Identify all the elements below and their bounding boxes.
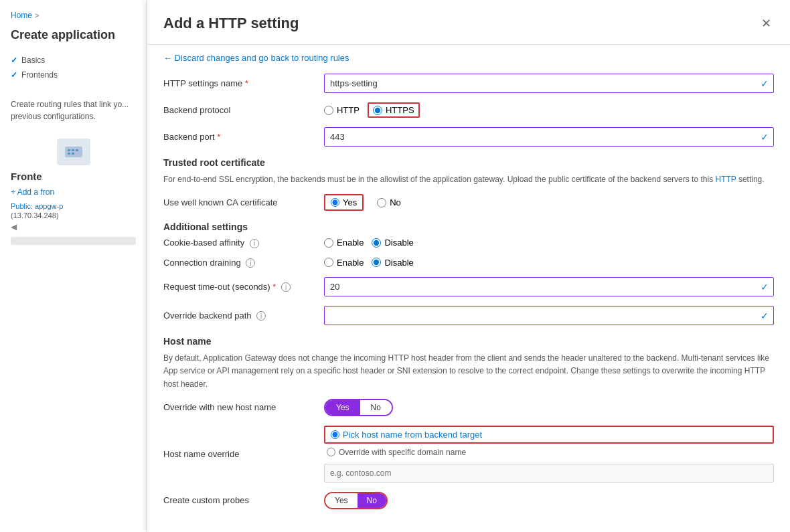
draining-enable-label: Enable xyxy=(337,258,364,268)
override-domain-option[interactable]: Override with specific domain name xyxy=(327,448,774,457)
add-frontend-link[interactable]: + Add a fron xyxy=(0,187,147,197)
panel-header: Add a HTTP setting ✕ xyxy=(147,0,790,45)
connection-draining-control: Enable Disable xyxy=(324,258,774,268)
ca-yes-highlighted: Yes xyxy=(324,194,364,211)
connection-draining-radio-group: Enable Disable xyxy=(324,258,774,268)
cookie-enable-radio[interactable] xyxy=(324,238,333,248)
override-hostname-label: Override with new host name xyxy=(163,402,324,412)
override-path-info-icon[interactable]: i xyxy=(256,311,266,321)
cookie-enable-option[interactable]: Enable xyxy=(324,238,364,248)
panel-title: Add a HTTP setting xyxy=(163,15,299,32)
override-domain-radio[interactable] xyxy=(327,448,335,456)
timeout-check-icon: ✓ xyxy=(761,282,769,292)
draining-enable-option[interactable]: Enable xyxy=(324,258,364,268)
override-no-btn[interactable]: No xyxy=(360,400,392,415)
sidebar: Home > Create application ✓ Basics ✓ Fro… xyxy=(0,0,147,532)
ca-no-label: No xyxy=(390,197,401,207)
blurred-bar xyxy=(11,237,136,245)
nav-step-basics: ✓ Basics xyxy=(11,53,136,68)
cookie-affinity-control: Enable Disable xyxy=(324,238,774,248)
svg-rect-0 xyxy=(65,147,82,157)
backend-protocol-control: HTTP HTTPS xyxy=(324,102,774,118)
custom-probes-row: Create custom probes Yes No xyxy=(163,492,774,509)
check-icon-frontends: ✓ xyxy=(11,70,17,80)
override-backend-path-row: Override backend path i ✓ xyxy=(163,306,774,325)
override-hostname-control: Yes No xyxy=(324,399,774,416)
draining-disable-radio[interactable] xyxy=(372,258,381,267)
backend-port-control: ✓ xyxy=(324,127,774,147)
nav-step-basics-label: Basics xyxy=(21,56,45,65)
hostname-override-row: Host name override Pick host name from b… xyxy=(163,426,774,482)
override-toggle-row: Yes No xyxy=(324,399,774,416)
cookie-affinity-info-icon[interactable]: i xyxy=(250,239,259,248)
override-yes-btn[interactable]: Yes xyxy=(325,400,360,415)
http-link[interactable]: HTTP xyxy=(715,175,736,184)
port-check-icon: ✓ xyxy=(761,132,769,143)
sidebar-icon xyxy=(57,139,90,165)
draining-disable-option[interactable]: Disable xyxy=(372,258,413,268)
ca-yes-label: Yes xyxy=(343,197,357,207)
custom-probes-label: Create custom probes xyxy=(163,495,324,505)
ca-no-option[interactable]: No xyxy=(377,197,401,207)
override-backend-path-label: Override backend path i xyxy=(163,311,324,321)
backend-port-row: Backend port * ✓ xyxy=(163,127,774,147)
connection-draining-info-icon[interactable]: i xyxy=(246,258,255,268)
http-setting-panel: Add a HTTP setting ✕ ← Discard changes a… xyxy=(147,0,790,532)
cookie-affinity-radio-group: Enable Disable xyxy=(324,238,774,248)
cookie-disable-radio[interactable] xyxy=(372,238,381,248)
backend-port-input[interactable] xyxy=(324,127,774,147)
protocol-http-option[interactable]: HTTP xyxy=(324,105,360,115)
trusted-cert-desc: For end-to-end SSL encryption, the backe… xyxy=(163,173,774,186)
back-link[interactable]: ← Discard changes and go back to routing… xyxy=(147,45,790,74)
input-check-icon: ✓ xyxy=(761,78,769,89)
override-domain-label: Override with specific domain name xyxy=(339,448,466,457)
required-asterisk: * xyxy=(245,78,248,88)
http-settings-name-label: HTTP settings name * xyxy=(163,78,324,88)
protocol-https-option[interactable]: HTTPS xyxy=(368,102,420,118)
ip-info: (13.70.34.248) xyxy=(0,211,147,219)
hostname-desc: By default, Application Gateway does not… xyxy=(163,352,774,391)
backend-protocol-label: Backend protocol xyxy=(163,105,324,115)
backend-port-label: Backend port * xyxy=(163,132,324,142)
ca-cert-label: Use well known CA certificate xyxy=(163,197,324,207)
nav-steps: ✓ Basics ✓ Frontends xyxy=(0,53,147,93)
draining-enable-radio[interactable] xyxy=(324,258,333,267)
trusted-cert-heading: Trusted root certificate xyxy=(163,157,774,168)
ca-yes-radio[interactable] xyxy=(331,198,339,207)
close-button[interactable]: ✕ xyxy=(759,13,774,33)
connection-draining-label: Connection draining i xyxy=(163,258,324,268)
protocol-http-radio[interactable] xyxy=(324,106,333,115)
domain-input[interactable] xyxy=(324,464,774,482)
pick-backend-option[interactable]: Pick host name from backend target xyxy=(324,426,774,444)
breadcrumb: Home > xyxy=(0,11,147,28)
override-path-check-icon: ✓ xyxy=(761,311,769,321)
request-timeout-row: Request time-out (seconds) * i ✓ xyxy=(163,277,774,296)
svg-rect-3 xyxy=(76,149,78,151)
breadcrumb-home[interactable]: Home xyxy=(11,11,32,20)
override-backend-path-input[interactable] xyxy=(324,306,774,325)
pick-backend-radio[interactable] xyxy=(331,430,339,439)
check-icon: ✓ xyxy=(11,56,17,65)
cookie-affinity-label: Cookie-based affinity i xyxy=(163,238,324,248)
frontend-title: Fronte xyxy=(0,171,147,187)
ca-no-radio[interactable] xyxy=(377,198,386,207)
protocol-https-radio[interactable] xyxy=(373,106,382,115)
probes-no-btn[interactable]: No xyxy=(358,493,386,508)
sidebar-desc: Create routing rules that link yo...prev… xyxy=(0,93,147,128)
request-timeout-input[interactable] xyxy=(324,277,774,296)
additional-settings-heading: Additional settings xyxy=(163,221,774,232)
public-info: Public: appgw-p xyxy=(0,197,147,211)
request-timeout-label: Request time-out (seconds) * i xyxy=(163,282,324,292)
cookie-enable-label: Enable xyxy=(337,238,364,248)
cookie-disable-option[interactable]: Disable xyxy=(372,238,413,248)
page-title: Create application xyxy=(0,28,147,53)
nav-step-frontends-label: Frontends xyxy=(21,70,58,80)
http-settings-name-row: HTTP settings name * ✓ xyxy=(163,74,774,93)
svg-rect-2 xyxy=(72,149,74,151)
probes-yes-btn[interactable]: Yes xyxy=(325,493,358,508)
pick-backend-label: Pick host name from backend target xyxy=(343,430,482,440)
request-timeout-info-icon[interactable]: i xyxy=(281,282,291,292)
cookie-affinity-row: Cookie-based affinity i Enable Disable xyxy=(163,238,774,248)
http-settings-name-input[interactable] xyxy=(324,74,774,93)
panel-body: HTTP settings name * ✓ Backend protocol … xyxy=(147,74,790,532)
